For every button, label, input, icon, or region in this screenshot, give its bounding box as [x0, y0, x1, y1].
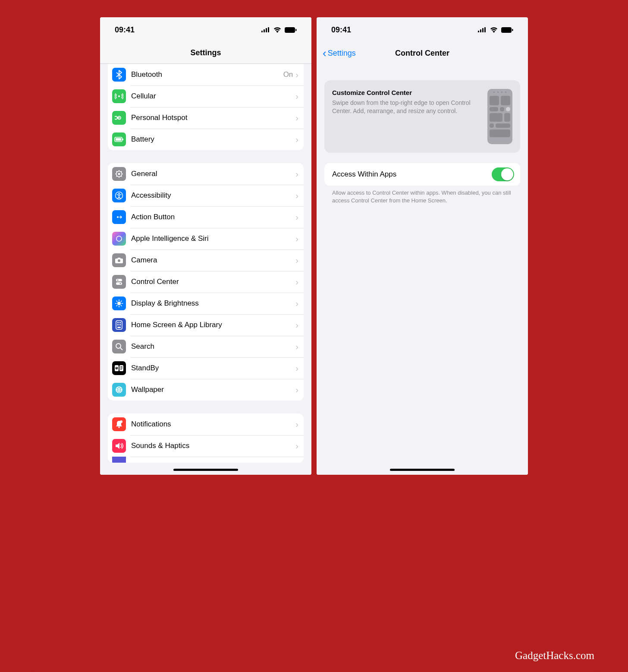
siri-icon — [112, 232, 126, 246]
row-label: Home Screen & App Library — [131, 321, 295, 329]
access-within-apps-switch[interactable] — [492, 167, 514, 181]
svg-rect-50 — [120, 368, 122, 368]
search-icon — [112, 340, 126, 353]
svg-line-37 — [121, 301, 122, 302]
svg-point-24 — [118, 259, 120, 262]
row-label: Apple Intelligence & Siri — [131, 234, 295, 243]
row-wallpaper[interactable]: Wallpaper › — [108, 379, 304, 401]
standby-icon — [112, 361, 126, 375]
row-cellular[interactable]: Cellular › — [108, 85, 304, 107]
svg-rect-59 — [480, 29, 481, 32]
row-label: Notifications — [131, 420, 295, 429]
wifi-icon — [273, 27, 281, 33]
back-button[interactable]: ‹ Settings — [323, 47, 356, 59]
access-within-apps-row: Access Within Apps — [324, 163, 520, 186]
control-center-content[interactable]: Customize Control Center Swipe down from… — [317, 64, 528, 475]
cellular-icon — [261, 27, 270, 32]
svg-line-17 — [121, 176, 122, 177]
row-notifications[interactable]: Notifications › — [108, 413, 304, 435]
svg-point-56 — [118, 426, 119, 428]
chevron-right-icon: › — [295, 420, 298, 429]
svg-rect-61 — [484, 27, 486, 32]
customize-info-box[interactable]: Customize Control Center Swipe down from… — [324, 80, 520, 153]
row-personal-hotspot[interactable]: Personal Hotspot › — [108, 107, 304, 129]
settings-group-notifications: Notifications › Sounds & Haptics › — [108, 413, 304, 463]
svg-rect-39 — [117, 322, 119, 323]
row-partial[interactable] — [108, 457, 304, 463]
row-display-brightness[interactable]: Display & Brightness › — [108, 293, 304, 314]
svg-point-29 — [117, 302, 121, 305]
control-center-graphic-icon — [487, 89, 512, 144]
toggle-label: Access Within Apps — [332, 170, 396, 179]
hotspot-icon — [112, 111, 126, 125]
chevron-right-icon: › — [295, 191, 298, 200]
chevron-right-icon: › — [295, 92, 298, 101]
row-search[interactable]: Search › — [108, 336, 304, 357]
row-label: Bluetooth — [131, 70, 283, 79]
row-label: Camera — [131, 256, 295, 265]
partial-icon — [112, 457, 126, 463]
row-general[interactable]: General › — [108, 163, 304, 185]
status-time: 09:41 — [115, 25, 135, 35]
row-battery[interactable]: Battery › — [108, 129, 304, 150]
svg-line-36 — [116, 305, 117, 306]
row-label: Personal Hotspot — [131, 114, 295, 122]
chevron-right-icon: › — [295, 442, 298, 450]
chevron-right-icon: › — [295, 213, 298, 221]
chevron-right-icon: › — [295, 321, 298, 329]
row-home-screen[interactable]: Home Screen & App Library › — [108, 314, 304, 336]
settings-group-general: General › Accessibility › Action Button … — [108, 163, 304, 401]
svg-rect-8 — [122, 139, 123, 140]
battery-icon — [285, 27, 297, 33]
svg-rect-4 — [285, 27, 295, 33]
cellular-settings-icon — [112, 89, 126, 103]
action-button-icon — [112, 210, 126, 224]
row-label: Wallpaper — [131, 385, 295, 394]
svg-line-19 — [121, 171, 122, 172]
status-icons — [478, 27, 513, 33]
chevron-right-icon: › — [295, 299, 298, 308]
svg-rect-49 — [120, 366, 122, 367]
phone-control-center: 09:41 ‹ Settings Control Center Customiz… — [317, 17, 528, 475]
svg-rect-3 — [268, 27, 269, 32]
status-bar: 09:41 — [317, 17, 528, 42]
row-accessibility[interactable]: Accessibility › — [108, 185, 304, 206]
chevron-left-icon: ‹ — [323, 47, 327, 59]
svg-rect-40 — [119, 322, 121, 323]
chevron-right-icon: › — [295, 342, 298, 351]
svg-rect-41 — [117, 324, 119, 325]
svg-line-35 — [121, 305, 122, 306]
svg-line-18 — [116, 176, 117, 177]
row-control-center[interactable]: Control Center › — [108, 271, 304, 293]
svg-rect-43 — [117, 327, 121, 328]
info-body: Swipe down from the top-right edge to op… — [332, 99, 481, 115]
status-bar: 09:41 — [100, 17, 311, 42]
phone-settings: 09:41 Settings Bluetooth On › Cellula — [100, 17, 311, 475]
wallpaper-icon — [112, 383, 126, 397]
camera-icon — [112, 253, 126, 267]
settings-content[interactable]: Bluetooth On › Cellular › Personal Hotsp… — [100, 64, 311, 475]
chevron-right-icon: › — [295, 114, 298, 122]
sounds-icon — [112, 439, 126, 453]
page-title: Settings — [190, 48, 221, 57]
row-detail: On — [283, 70, 293, 79]
row-label: Action Button — [131, 213, 295, 221]
back-label: Settings — [328, 49, 356, 58]
svg-rect-2 — [266, 28, 267, 32]
row-standby[interactable]: StandBy › — [108, 357, 304, 379]
wifi-icon — [490, 27, 498, 33]
row-action-button[interactable]: Action Button › — [108, 206, 304, 228]
chevron-right-icon: › — [295, 170, 298, 178]
chevron-right-icon: › — [295, 385, 298, 394]
svg-rect-9 — [116, 138, 121, 141]
svg-point-21 — [118, 193, 119, 194]
row-bluetooth[interactable]: Bluetooth On › — [108, 64, 304, 85]
row-apple-intelligence-siri[interactable]: Apple Intelligence & Siri › — [108, 228, 304, 249]
row-label: Battery — [131, 135, 295, 144]
row-sounds-haptics[interactable]: Sounds & Haptics › — [108, 435, 304, 457]
row-label: Search — [131, 342, 295, 351]
switch-knob — [501, 168, 513, 180]
cellular-icon — [478, 27, 487, 32]
battery-icon — [501, 27, 513, 33]
row-camera[interactable]: Camera › — [108, 249, 304, 271]
